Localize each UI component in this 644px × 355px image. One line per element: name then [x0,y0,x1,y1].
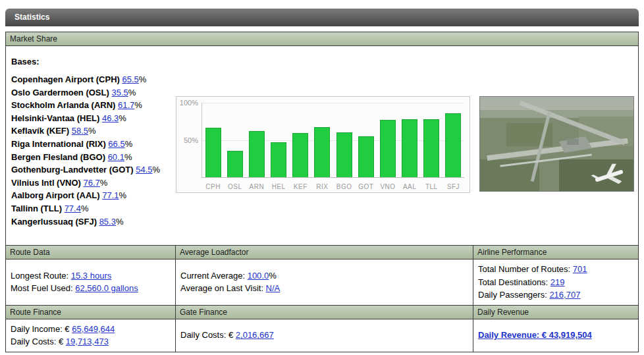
bases-label: Bases: [11,57,176,67]
airport-photo-graphic [480,97,634,192]
stat-value-link[interactable]: 62,560.0 gallons [75,283,138,293]
stat-value-link[interactable]: 701 [573,264,587,274]
bar-slot [224,151,246,178]
market-share-bar [205,128,221,177]
stat-line: Most Fuel Used: 62,560.0 gallons [11,282,171,295]
stat-line: Daily Passengers: 216,707 [478,288,634,302]
statistics-table: Route DataAverage LoadfactorAirline Perf… [6,245,638,352]
stat-label: Daily Income: € [11,324,72,334]
base-share-link[interactable]: 76.7 [84,178,100,188]
base-item: Keflavík (KEF) 58.5% [11,124,176,138]
bar-slot [399,119,421,177]
percent-suffix: % [81,204,89,213]
stat-value-link[interactable]: N/A [266,283,281,293]
bar-slot [421,119,443,177]
stat-label: Longest Route: [11,271,71,281]
market-share-bar [292,133,308,177]
percent-suffix: % [116,217,124,227]
stat-value-link[interactable]: Daily Revenue: € 43,919,504 [478,330,592,340]
base-name: Kangerlussuaq (SFJ) [11,217,99,227]
percent-suffix: % [134,100,142,110]
base-name: Tallinn (TLL) [11,204,65,213]
stat-value-link[interactable]: 216,707 [549,290,580,300]
base-name: Copenhagen Airport (CPH) [11,74,122,84]
market-share-bar [402,119,417,177]
stat-line: Average on Last Visit: N/A [180,282,469,295]
stat-value-link[interactable]: 100.0 [248,271,269,281]
stat-line: Total Destinations: 219 [478,276,634,289]
base-share-link[interactable]: 35.5 [111,88,128,97]
market-share-bar [227,151,243,178]
stats-header-row: Route FinanceGate FinanceDaily Revenue [6,305,638,319]
base-item: Stockholm Arlanda (ARN) 61.7% [11,99,176,112]
stat-value-link[interactable]: 15.3 hours [71,271,111,281]
stat-label: Average on Last Visit: [180,283,266,293]
bar-slot [377,120,398,177]
percent-suffix: % [119,190,126,200]
stat-line: Daily Revenue: € 43,919,504 [478,329,634,342]
base-name: Riga International (RIX) [11,139,108,149]
route-finance-header: Route Finance [6,306,176,319]
base-share-link[interactable]: 60.1 [108,152,124,162]
stat-line: Current Average: 100.0% [180,269,469,283]
percent-suffix: % [153,165,161,175]
base-name: Bergen Flesland (BGO) [11,152,108,162]
base-name: Oslo Gardermoen (OSL) [11,88,111,97]
gate-finance-header: Gate Finance [176,306,473,319]
base-name: Aalborg Airport (AAL) [11,190,102,200]
route-finance-cell: Daily Income: € 65,649,644Daily Costs: €… [6,319,176,352]
market-share-bar [423,119,439,177]
bar-category-label: GOT [355,183,377,190]
market-share-bar [380,120,396,177]
base-share-link[interactable]: 77.4 [65,204,81,213]
percent-suffix: % [125,139,133,149]
page-title-bar: Statistics [5,9,639,26]
stat-label: Daily Passengers: [478,290,549,300]
percent-suffix: % [128,88,136,97]
base-item: Tallinn (TLL) 77.4% [11,202,176,215]
base-share-link[interactable]: 54.5 [136,165,152,175]
market-share-bar [271,142,286,177]
market-share-bar [249,131,265,177]
percent-suffix: % [119,113,126,123]
base-share-link[interactable]: 65.5 [122,74,139,84]
bases-list: Copenhagen Airport (CPH) 65.5%Oslo Garde… [11,73,176,228]
base-share-link[interactable]: 85.3 [99,217,116,227]
base-name: Keflavík (KEF) [11,126,72,136]
average-loadfactor-header: Average Loadfactor [176,246,473,259]
route-data-header: Route Data [6,246,176,259]
stat-label: Daily Costs: € [180,330,236,340]
stat-value-link[interactable]: 2,016,667 [236,330,274,340]
gate-finance-cell: Daily Costs: € 2,016,667 [176,319,473,352]
market-share-header: Market Share [6,32,638,46]
stats-body-row: Longest Route: 15.3 hoursMost Fuel Used:… [6,259,638,305]
percent-suffix: % [88,126,96,136]
stat-value-link[interactable]: 65,649,644 [72,324,115,334]
stat-value-link[interactable]: 219 [550,277,565,287]
stats-body-row: Daily Income: € 65,649,644Daily Costs: €… [6,319,638,352]
stat-value-link[interactable]: 19,713,473 [66,337,109,346]
bar-category-label: KEF [290,183,311,190]
bar-category-label: HEL [268,183,290,190]
base-share-link[interactable]: 58.5 [72,126,88,136]
base-item: Vilnius Intl (VNO) 76.7% [11,177,176,190]
bar-slot [202,128,224,177]
base-share-link[interactable]: 77.1 [102,190,119,200]
market-share-bar [314,127,330,177]
base-share-link[interactable]: 66.5 [108,139,124,149]
bar-slot [290,133,311,177]
stat-line: Longest Route: 15.3 hours [11,269,171,283]
bar-slot [333,132,355,178]
stat-label: Daily Costs: € [11,337,66,346]
base-share-link[interactable]: 46.3 [102,113,119,123]
base-item: Bergen Flesland (BGO) 60.1% [11,151,176,164]
base-share-link[interactable]: 61.7 [118,100,134,110]
bar-category-label: ARN [246,183,267,190]
stat-label: Current Average: [180,271,248,281]
base-item: Helsinki-Vantaa (HEL) 46.3% [11,112,176,125]
airline-performance-cell: Total Number of Routes: 701Total Destina… [473,259,638,305]
stat-line: Total Number of Routes: 701 [478,263,634,276]
bar-slot [268,142,290,177]
market-share-bar [336,132,352,178]
market-share-bar [445,113,461,177]
